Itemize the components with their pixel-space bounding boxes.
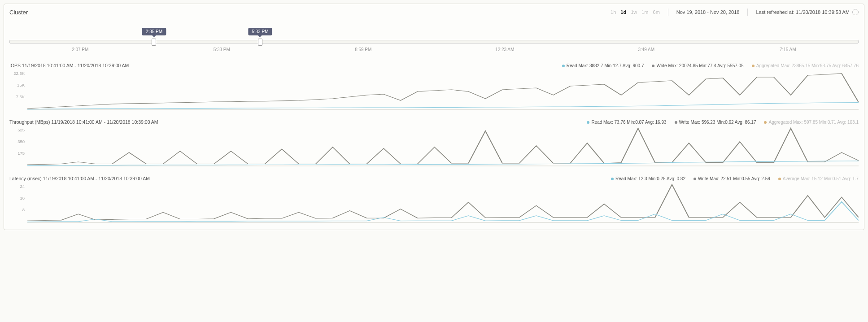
range-1w[interactable]: 1w (631, 9, 637, 15)
y-axis: 24 16 8 (9, 182, 27, 224)
legend-agg: Aggregated Max: 23865.15 Min:93.75 Avg: … (752, 63, 859, 68)
chart-iops: IOPS 11/19/2018 10:41:00 AM - 11/20/2018… (9, 63, 859, 111)
chart-header: Throughput (MBps) 11/19/2018 10:41:00 AM… (9, 119, 859, 125)
charts-container: IOPS 11/19/2018 10:41:00 AM - 11/20/2018… (9, 63, 859, 224)
chart-header: IOPS 11/19/2018 10:41:00 AM - 11/20/2018… (9, 63, 859, 68)
ytick: 22.5K (9, 71, 25, 76)
chart-legend: Read Max: 12.3 Min:0.28 Avg: 0.82 Write … (611, 176, 859, 181)
chart-header: Latency (msec) 11/19/2018 10:41:00 AM - … (9, 176, 859, 181)
chart-legend: Read Max: 3882.7 Min:12.7 Avg: 900.7 Wri… (562, 63, 859, 68)
dot-icon (652, 65, 654, 67)
tick: 2:07 PM (9, 47, 151, 52)
slider-track[interactable]: 2:35 PM 5:33 PM (9, 40, 859, 44)
range-1h[interactable]: 1h (611, 9, 616, 15)
legend-write: Write Max: 22.51 Min:0.55 Avg: 2.59 (694, 176, 770, 181)
chart-title: Throughput (MBps) 11/19/2018 10:41:00 AM… (9, 119, 158, 125)
dot-icon (587, 121, 589, 124)
y-axis: 22.5K 15K 7.5K (9, 69, 27, 111)
refresh-label: Last refreshed at: 11/20/2018 10:39:53 A… (756, 9, 850, 15)
legend-agg: Aggregated Max: 597.85 Min:0.71 Avg: 103… (764, 120, 859, 125)
chart-body: 24 16 8 (9, 182, 859, 224)
slider-handle-left[interactable] (152, 39, 156, 46)
ytick: 8 (9, 207, 25, 212)
page-title: Cluster (9, 9, 28, 16)
dot-icon (611, 178, 614, 180)
separator (747, 9, 748, 16)
dot-icon (764, 121, 767, 124)
date-range-label[interactable]: Nov 19, 2018 - Nov 20, 2018 (676, 9, 740, 15)
ytick: 525 (9, 127, 25, 132)
ytick: 24 (9, 184, 25, 189)
legend-read: Read Max: 73.76 Min:0.07 Avg: 16.93 (587, 120, 666, 125)
chart-throughput-mbps-: Throughput (MBps) 11/19/2018 10:41:00 AM… (9, 119, 859, 168)
range-1m[interactable]: 1m (641, 9, 648, 15)
slider-tooltip-left: 2:35 PM (142, 28, 166, 35)
legend-read: Read Max: 3882.7 Min:12.7 Avg: 900.7 (562, 63, 644, 68)
tick: 3:49 AM (576, 47, 717, 52)
chart-legend: Read Max: 73.76 Min:0.07 Avg: 16.93 Writ… (587, 120, 859, 125)
tick: 12:23 AM (434, 47, 576, 52)
tick: 5:33 PM (151, 47, 293, 52)
slider-tooltip-right: 5:33 PM (248, 28, 272, 35)
header-controls: 1h 1d 1w 1m 6m Nov 19, 2018 - Nov 20, 20… (611, 9, 859, 16)
time-range-selector: 1h 1d 1w 1m 6m (611, 9, 660, 15)
time-slider: 2:35 PM 5:33 PM 2:07 PM 5:33 PM 8:59 PM … (9, 26, 859, 55)
refresh-icon[interactable] (852, 9, 859, 15)
chart-plot[interactable] (27, 126, 859, 168)
dot-icon (752, 65, 755, 67)
dot-icon (675, 121, 677, 124)
chart-body: 22.5K 15K 7.5K (9, 69, 859, 111)
ytick: 16 (9, 196, 25, 200)
chart-plot[interactable] (27, 182, 859, 224)
tick: 7:15 AM (717, 47, 859, 52)
legend-write: Write Max: 20024.85 Min:77.4 Avg: 5557.0… (652, 63, 743, 68)
ytick: 15K (9, 83, 25, 87)
ytick: 7.5K (9, 94, 25, 99)
chart-body: 525 350 175 (9, 126, 859, 168)
ytick: 175 (9, 151, 25, 156)
tick: 8:59 PM (292, 47, 434, 52)
dot-icon (562, 65, 565, 67)
chart-latency-msec-: Latency (msec) 11/19/2018 10:41:00 AM - … (9, 176, 859, 224)
dot-icon (778, 178, 781, 180)
chart-plot[interactable] (27, 69, 859, 111)
legend-read: Read Max: 12.3 Min:0.28 Avg: 0.82 (611, 176, 685, 181)
refresh-status: Last refreshed at: 11/20/2018 10:39:53 A… (756, 9, 859, 15)
range-1d[interactable]: 1d (620, 9, 626, 15)
slider-handle-right[interactable] (258, 39, 262, 46)
legend-write: Write Max: 596.23 Min:0.62 Avg: 86.17 (675, 120, 756, 125)
range-6m[interactable]: 6m (653, 9, 660, 15)
header: Cluster 1h 1d 1w 1m 6m Nov 19, 2018 - No… (9, 9, 859, 26)
ytick: 350 (9, 139, 25, 144)
slider-ticks: 2:07 PM 5:33 PM 8:59 PM 12:23 AM 3:49 AM… (9, 46, 859, 53)
legend-agg: Average Max: 15.12 Min:0.51 Avg: 1.7 (778, 176, 859, 181)
dot-icon (694, 178, 696, 180)
separator (668, 9, 668, 16)
chart-title: Latency (msec) 11/19/2018 10:41:00 AM - … (9, 176, 150, 181)
cluster-panel: Cluster 1h 1d 1w 1m 6m Nov 19, 2018 - No… (4, 4, 864, 230)
chart-title: IOPS 11/19/2018 10:41:00 AM - 11/20/2018… (9, 63, 129, 68)
y-axis: 525 350 175 (9, 126, 27, 168)
